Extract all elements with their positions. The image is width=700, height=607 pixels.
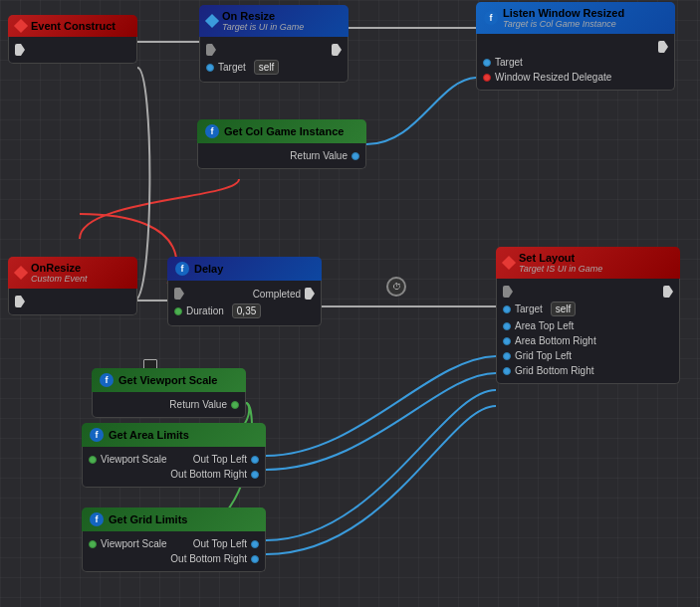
get-area-title: Get Area Limits (109, 429, 189, 441)
viewport-label: Viewport Scale (101, 454, 167, 465)
delegate-label: Window Resized Delegate (495, 72, 611, 83)
exec-out-pin (658, 41, 668, 53)
target-row: Target self (200, 58, 348, 77)
on-resize-top-header: On Resize Target is UI in Game (199, 5, 349, 37)
out-br-pin (251, 471, 259, 479)
exec-io-row: Completed (168, 286, 321, 302)
event-construct-body (8, 37, 137, 64)
get-grid-header: f Get Grid Limits (82, 507, 266, 531)
viewport-label: Viewport Scale (101, 538, 167, 549)
get-col-node: f Get Col Game Instance Return Value (197, 119, 366, 169)
out-br-pin (251, 555, 259, 563)
viewport-row: Viewport Scale Out Top Left (83, 452, 265, 467)
area-tl-pin (503, 322, 511, 330)
grid-tl-row: Grid Top Left (497, 348, 679, 363)
target-pin (503, 305, 511, 313)
onresize-custom-header: OnResize Custom Event (8, 257, 137, 289)
return-pin (351, 152, 359, 160)
listen-window-body: Target Window Resized Delegate (476, 34, 675, 91)
clock-icon: ⏱ (386, 277, 406, 297)
get-area-body: Viewport Scale Out Top Left Out Bottom R… (82, 447, 266, 488)
onresize-subtitle: Custom Event (31, 274, 88, 284)
on-resize-top-node: On Resize Target is UI in Game Target se… (199, 5, 349, 83)
onresize-custom-body (8, 289, 137, 315)
out-br-label: Out Bottom Right (170, 553, 247, 564)
fn-icon: f (205, 124, 219, 138)
area-br-label: Area Bottom Right (515, 335, 596, 346)
duration-pin (174, 307, 182, 315)
fn-icon: f (175, 262, 189, 276)
fn-icon: f (100, 373, 114, 387)
out-br-row: Out Bottom Right (83, 467, 265, 482)
get-area-header: f Get Area Limits (82, 423, 266, 447)
fn-icon: f (90, 512, 104, 526)
target-pin (483, 59, 491, 67)
delegate-pin (483, 74, 491, 82)
target-self-val: self (254, 60, 280, 75)
onresize-diamond-icon (14, 266, 28, 280)
duration-row: Duration 0,35 (168, 302, 321, 320)
get-viewport-node: f Get Viewport Scale Return Value (92, 368, 246, 418)
listen-window-node: f Listen Window Resized Target is Col Ga… (476, 2, 675, 91)
out-tl-pin (251, 456, 259, 464)
grid-br-label: Grid Bottom Right (515, 365, 593, 376)
duration-label: Duration (186, 305, 224, 316)
exec-out-row (477, 39, 674, 55)
target-row: Target (477, 55, 674, 70)
on-resize-top-title: On Resize (222, 10, 304, 22)
return-label: Return Value (169, 399, 227, 410)
listen-window-header: f Listen Window Resized Target is Col Ga… (476, 2, 675, 34)
listen-window-subtitle: Target is Col Game Instance (503, 19, 624, 29)
target-pin (206, 64, 214, 72)
delay-header: f Delay (167, 257, 322, 281)
out-br-row: Out Bottom Right (83, 551, 265, 566)
on-resize-top-subtitle: Target is UI in Game (222, 22, 304, 32)
set-layout-node: Set Layout Target IS UI in Game Target s… (496, 247, 680, 384)
exec-in-row (200, 42, 348, 58)
grid-tl-pin (503, 352, 511, 360)
target-label: Target (218, 62, 246, 73)
exec-in-pin (174, 288, 184, 300)
get-col-title: Get Col Game Instance (224, 125, 344, 137)
onresize-custom-node: OnResize Custom Event (8, 257, 137, 315)
event-construct-header: Event Construct (8, 15, 137, 37)
listen-window-title: Listen Window Resized (503, 7, 624, 19)
fn-icon: f (484, 11, 498, 25)
event-construct-title: Event Construct (31, 20, 116, 32)
viewport-pin (89, 456, 97, 464)
get-grid-title: Get Grid Limits (109, 513, 187, 525)
target-self-val: self (551, 302, 577, 316)
set-layout-title: Set Layout (519, 252, 602, 264)
delegate-row: Window Resized Delegate (477, 70, 674, 85)
set-layout-body: Target self Area Top Left Area Bottom Ri… (496, 279, 680, 384)
exec-out-pin (332, 44, 342, 56)
delay-title: Delay (194, 263, 223, 275)
viewport-row: Viewport Scale Out Top Left (83, 536, 265, 551)
grid-br-pin (503, 367, 511, 375)
set-layout-diamond-icon (502, 256, 516, 270)
target-label: Target (515, 304, 543, 314)
area-tl-row: Area Top Left (497, 318, 679, 333)
return-row: Return Value (198, 148, 365, 163)
out-br-label: Out Bottom Right (170, 469, 247, 480)
area-tl-label: Area Top Left (515, 320, 574, 331)
exec-out-pin (15, 44, 25, 56)
exec-out-pin (305, 288, 315, 300)
area-br-pin (503, 337, 511, 345)
set-layout-header: Set Layout Target IS UI in Game (496, 247, 680, 279)
return-row: Return Value (93, 397, 245, 412)
area-br-row: Area Bottom Right (497, 333, 679, 348)
get-grid-node: f Get Grid Limits Viewport Scale Out Top… (82, 507, 266, 572)
delay-node: f Delay Completed Duration 0,35 (167, 257, 322, 326)
get-grid-body: Viewport Scale Out Top Left Out Bottom R… (82, 531, 266, 572)
on-resize-diamond-icon (205, 14, 219, 28)
out-tl-pin (251, 540, 259, 548)
return-pin (231, 401, 239, 409)
get-col-header: f Get Col Game Instance (197, 119, 366, 143)
exec-out-row (9, 294, 136, 309)
grid-br-row: Grid Bottom Right (497, 363, 679, 378)
event-diamond-icon (14, 19, 28, 33)
on-resize-top-body: Target self (199, 37, 349, 83)
get-area-node: f Get Area Limits Viewport Scale Out Top… (82, 423, 266, 488)
out-tl-label: Out Top Left (193, 538, 247, 549)
